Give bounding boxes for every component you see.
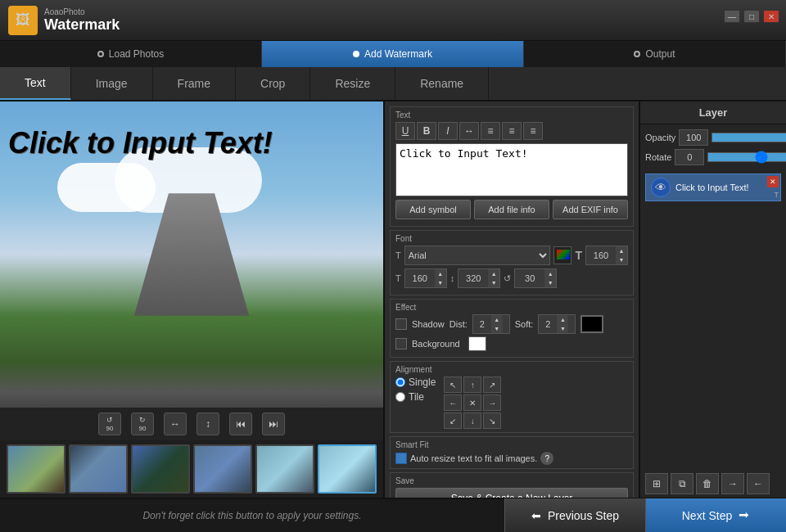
align-top-left[interactable]: ↖ (444, 376, 462, 393)
layer-tool-delete[interactable]: 🗑 (696, 473, 719, 494)
layer-tool-copy[interactable]: ⧉ (671, 473, 693, 494)
font-width-input[interactable] (405, 273, 435, 283)
flip-vertical-button[interactable]: ↕ (196, 413, 219, 435)
text-input[interactable] (395, 143, 628, 196)
background-checkbox[interactable] (395, 338, 407, 349)
dist-up[interactable]: ▲ (491, 315, 503, 324)
rotate-input[interactable] (675, 149, 704, 165)
thumbnail-4[interactable] (193, 444, 252, 494)
font-angle-spinbox[interactable]: ▲ ▼ (514, 268, 557, 288)
layer-close-button[interactable]: ✕ (767, 176, 779, 187)
soft-spinbox[interactable]: ▲ ▼ (538, 314, 576, 334)
font-height-input[interactable] (458, 273, 488, 283)
help-button[interactable]: ? (540, 452, 553, 465)
layer-tool-down[interactable]: ← (747, 473, 770, 494)
align-top-right[interactable]: ↗ (483, 376, 501, 393)
dist-input[interactable] (473, 319, 491, 329)
tab-frame[interactable]: Frame (153, 67, 236, 100)
shadow-color-picker[interactable] (580, 315, 603, 333)
tab-crop[interactable]: Crop (236, 67, 310, 100)
minimize-button[interactable]: — (724, 10, 740, 23)
soft-up[interactable]: ▲ (557, 315, 568, 324)
thumbnail-3[interactable] (131, 444, 190, 494)
effect-section-title: Effect (395, 303, 628, 312)
align-left-button[interactable]: ≡ (481, 122, 500, 140)
align-middle-right[interactable]: → (483, 394, 501, 411)
layer-tool-new[interactable]: ⊞ (645, 473, 668, 494)
add-file-info-button[interactable]: Add file info (474, 200, 549, 219)
skip-forward-button[interactable]: ⏭ (262, 413, 285, 435)
thumbnail-6[interactable] (318, 444, 377, 494)
font-width-up[interactable]: ▲ (435, 269, 446, 278)
smart-fit-checkbox[interactable] (395, 453, 407, 464)
font-angle-up[interactable]: ▲ (544, 269, 556, 278)
align-bottom-center[interactable]: ↓ (463, 413, 481, 429)
single-radio[interactable] (395, 377, 405, 387)
rotate-left-90-button[interactable]: ↺90 (98, 413, 121, 435)
dist-arrows: ▲ ▼ (491, 315, 503, 333)
opacity-input[interactable] (679, 129, 708, 146)
font-width-down[interactable]: ▼ (435, 278, 446, 287)
align-middle-center[interactable]: ✕ (463, 394, 481, 411)
tab-text[interactable]: Text (0, 67, 71, 100)
tile-radio[interactable] (395, 392, 405, 402)
layer-tool-up[interactable]: → (721, 473, 744, 494)
skip-back-button[interactable]: ⏮ (229, 413, 252, 435)
align-top-center[interactable]: ↑ (463, 376, 481, 393)
dist-spinbox[interactable]: ▲ ▼ (472, 314, 510, 334)
soft-down[interactable]: ▼ (557, 324, 568, 333)
font-height-down[interactable]: ▼ (488, 278, 499, 287)
step-output[interactable]: Output (524, 41, 786, 67)
font-family-select[interactable]: Arial (404, 246, 551, 265)
bold-button[interactable]: B (417, 122, 436, 140)
align-right-button[interactable]: ≡ (523, 122, 543, 140)
thumbnail-1[interactable] (7, 444, 66, 494)
font-angle-down[interactable]: ▼ (544, 278, 556, 287)
align-bottom-left[interactable]: ↙ (444, 413, 462, 429)
thumbnail-5[interactable] (255, 444, 314, 494)
tab-image[interactable]: Image (71, 67, 153, 100)
alignment-radio-group: Single Tile (395, 376, 436, 404)
save-create-layer-button[interactable]: Save & Create a New Layer (395, 488, 628, 498)
font-color-picker[interactable] (553, 246, 571, 264)
italic-button[interactable]: I (438, 122, 458, 140)
font-size-input[interactable] (586, 250, 616, 260)
opacity-slider[interactable] (711, 133, 786, 142)
font-size-down[interactable]: ▼ (616, 255, 627, 264)
underline-button[interactable]: U (395, 122, 415, 140)
align-middle-left[interactable]: ← (444, 394, 462, 411)
add-symbol-button[interactable]: Add symbol (395, 200, 471, 219)
layer-item[interactable]: 👁 Click to Input Text! ✕ T (645, 174, 781, 201)
dist-down[interactable]: ▼ (491, 324, 503, 333)
tab-resize[interactable]: Resize (310, 67, 395, 100)
shadow-checkbox[interactable] (395, 318, 407, 330)
font-height-spinbox[interactable]: ▲ ▼ (458, 268, 500, 288)
tab-rename[interactable]: Rename (395, 67, 489, 100)
align-center-button[interactable]: ≡ (502, 122, 522, 140)
rotate-slider[interactable] (707, 152, 786, 162)
thumbnail-2[interactable] (69, 444, 128, 494)
preview-text-overlay[interactable]: Click to Input Text! (8, 126, 273, 160)
font-size-spinbox[interactable]: ▲ ▼ (585, 246, 628, 265)
layer-visibility-icon[interactable]: 👁 (651, 178, 671, 197)
flip-horizontal-button[interactable]: ↔ (164, 413, 187, 435)
font-width-spinbox[interactable]: ▲ ▼ (404, 268, 447, 288)
soft-input[interactable] (539, 319, 557, 329)
app-title: Watermark (44, 16, 120, 34)
next-step-button[interactable]: Next Step ⮕ (645, 498, 786, 532)
align-bottom-right[interactable]: ↘ (483, 413, 501, 429)
width-button[interactable]: ↔ (459, 122, 479, 140)
preview-canvas[interactable]: Click to Input Text! (0, 101, 383, 408)
width-t-icon: T (395, 273, 401, 283)
add-exif-info-button[interactable]: Add EXIF info (553, 200, 628, 219)
rotate-right-90-button[interactable]: ↻90 (131, 413, 154, 435)
font-size-up[interactable]: ▲ (616, 246, 627, 255)
font-angle-input[interactable] (515, 273, 544, 283)
font-height-up[interactable]: ▲ (488, 269, 499, 278)
step-add-watermark[interactable]: Add Watermark (262, 41, 524, 67)
maximize-button[interactable]: □ (743, 10, 760, 23)
previous-step-button[interactable]: ⬅ Previous Step (504, 498, 645, 532)
step-load-photos[interactable]: Load Photos (0, 41, 262, 67)
background-color-picker[interactable] (468, 336, 486, 351)
close-button[interactable]: ✕ (763, 10, 779, 23)
